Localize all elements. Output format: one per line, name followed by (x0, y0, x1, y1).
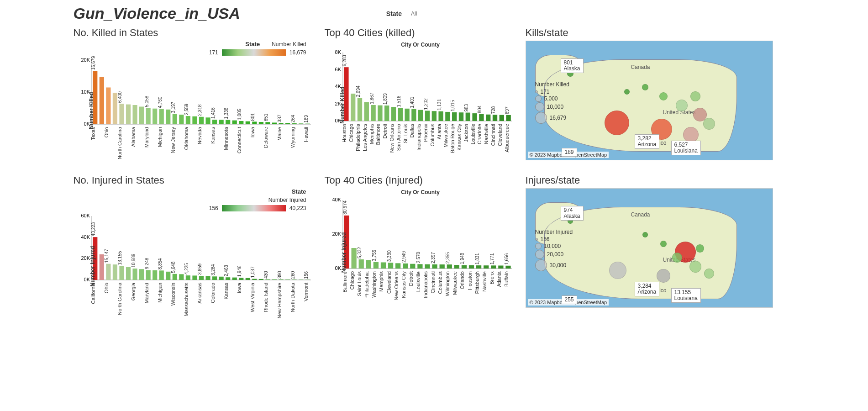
bar[interactable] (468, 265, 473, 269)
bar[interactable] (146, 108, 150, 124)
chart-killed-cities[interactable]: Number Killed 0K2K4K6K8KHouston6,283Chic… (325, 48, 516, 162)
map-injures[interactable]: Canada United States Mexico Number Injur… (526, 188, 773, 308)
bar[interactable] (371, 105, 375, 121)
bar[interactable] (506, 115, 510, 121)
bar[interactable] (351, 248, 356, 269)
bar[interactable] (185, 116, 190, 124)
bar[interactable] (357, 98, 362, 121)
bar[interactable] (205, 276, 210, 280)
map-bubble[interactable] (703, 118, 715, 130)
bar[interactable] (458, 112, 463, 121)
bar[interactable] (461, 265, 466, 269)
bar[interactable] (445, 112, 450, 121)
bar[interactable] (245, 121, 250, 124)
bar[interactable] (484, 265, 489, 269)
bar[interactable] (384, 105, 389, 121)
map-bubble[interactable] (704, 269, 714, 279)
bar[interactable] (112, 264, 117, 280)
bar[interactable] (411, 109, 416, 121)
bar[interactable] (212, 120, 217, 124)
bar[interactable] (272, 123, 276, 125)
map-bubble[interactable] (657, 269, 670, 283)
bar[interactable] (299, 123, 303, 124)
bar[interactable] (292, 123, 296, 124)
map-bubble[interactable] (642, 232, 648, 237)
bar[interactable] (232, 278, 237, 280)
bar[interactable] (239, 121, 243, 124)
bar[interactable] (279, 123, 283, 124)
bar[interactable] (226, 120, 230, 124)
bar[interactable] (159, 270, 163, 280)
bar[interactable] (438, 111, 443, 121)
bar[interactable] (106, 88, 110, 125)
bar[interactable] (226, 277, 230, 280)
bar[interactable] (351, 94, 355, 121)
bar[interactable] (232, 121, 237, 124)
bar[interactable] (410, 264, 415, 269)
bar[interactable] (179, 274, 184, 280)
bar[interactable] (192, 275, 197, 280)
bar[interactable] (398, 108, 402, 121)
bar[interactable] (285, 279, 290, 280)
bar[interactable] (452, 112, 457, 121)
bar[interactable] (366, 260, 371, 269)
bar[interactable] (258, 279, 263, 280)
bar[interactable] (479, 114, 484, 121)
bar[interactable] (185, 275, 190, 280)
bar[interactable] (395, 263, 400, 269)
bar[interactable] (378, 105, 382, 121)
bar[interactable] (391, 107, 395, 121)
bar[interactable] (364, 102, 368, 121)
bar[interactable] (205, 117, 210, 124)
bar[interactable] (373, 262, 378, 269)
bar[interactable] (417, 264, 422, 269)
chart-injured-cities[interactable]: Number Injured 0K20K40KBaltimore30,974Ch… (325, 195, 516, 310)
map-bubble[interactable] (609, 262, 626, 279)
bar[interactable] (265, 122, 270, 124)
bar[interactable] (245, 278, 250, 280)
map-bubble[interactable] (690, 91, 700, 101)
bar[interactable] (139, 269, 144, 280)
bar[interactable] (126, 267, 130, 280)
bar[interactable] (166, 272, 170, 280)
map-bubble[interactable] (624, 89, 630, 95)
bar[interactable] (126, 105, 130, 124)
map-bubble[interactable] (683, 127, 699, 142)
map-bubble[interactable] (659, 92, 668, 100)
bar[interactable] (472, 113, 477, 121)
bar[interactable] (265, 279, 270, 280)
map-bubble[interactable] (672, 253, 682, 263)
bar[interactable] (119, 104, 124, 124)
map-bubble[interactable] (605, 111, 629, 135)
map-bubble[interactable] (676, 100, 688, 111)
map-bubble[interactable] (696, 244, 704, 253)
bar[interactable] (292, 279, 296, 280)
bar[interactable] (279, 279, 283, 280)
bar[interactable] (192, 116, 197, 124)
bar[interactable] (258, 122, 263, 124)
map-bubble[interactable] (689, 261, 701, 273)
map-bubble[interactable] (642, 84, 648, 90)
bar[interactable] (305, 124, 310, 124)
bar[interactable] (159, 109, 163, 124)
bar[interactable] (358, 259, 363, 269)
bar[interactable] (439, 264, 444, 269)
bar[interactable] (132, 105, 137, 124)
bar[interactable] (252, 121, 257, 124)
bar[interactable] (199, 276, 203, 280)
chart-injured-states[interactable]: Number Injured 0K20K40K60KCalifornia40,2… (74, 211, 316, 321)
bar[interactable] (405, 109, 409, 121)
bar[interactable] (380, 263, 385, 269)
bar[interactable] (388, 263, 393, 269)
bar[interactable] (153, 270, 157, 280)
bar[interactable] (99, 77, 104, 124)
bar[interactable] (212, 276, 217, 280)
map-kills[interactable]: Canada United States Mexico Number Kille… (526, 41, 773, 160)
bar[interactable] (139, 107, 144, 125)
bar[interactable] (285, 123, 290, 124)
bar[interactable] (219, 120, 223, 124)
bar[interactable] (99, 254, 104, 280)
bar[interactable] (499, 115, 504, 121)
bar[interactable] (172, 274, 177, 280)
bar[interactable] (146, 270, 150, 280)
